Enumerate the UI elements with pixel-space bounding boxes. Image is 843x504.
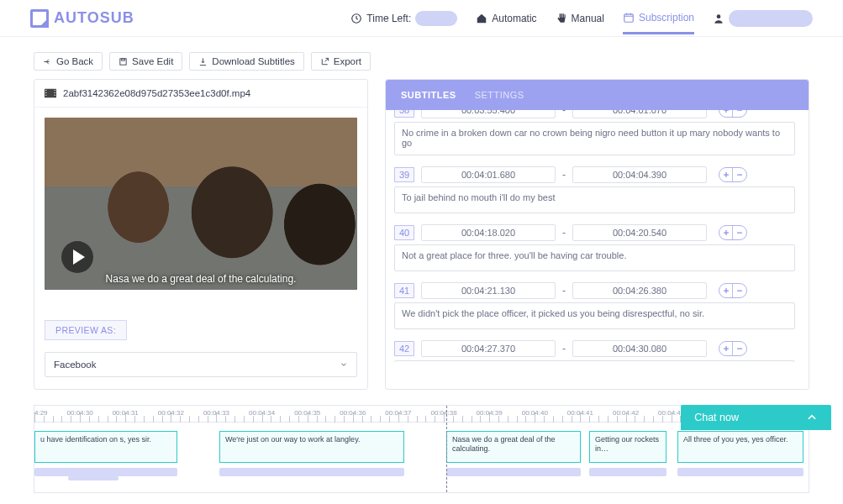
arrow-left-icon	[43, 57, 52, 66]
account-badge	[729, 10, 813, 27]
subtitle-start-time[interactable]	[421, 224, 556, 241]
subtitles-list[interactable]: 38 - No crime in a broken down car no cr…	[386, 110, 809, 362]
nav-manual[interactable]: Manual	[556, 4, 604, 33]
timeline-clip[interactable]: All three of you yes, yes officer.	[677, 431, 803, 463]
timeline-clip[interactable]: Getting our rockets in…	[589, 431, 666, 463]
chat-label: Chat now	[694, 412, 739, 423]
subtitle-index: 42	[394, 341, 414, 356]
calendar-icon	[623, 12, 635, 24]
subtitles-panel: SUBTITLES SETTINGS 38 - No crime in a br…	[385, 79, 809, 390]
subtitle-start-time[interactable]	[421, 110, 556, 118]
preview-as-label: PREVIEW AS:	[45, 320, 127, 340]
editor-tabs: SUBTITLES SETTINGS	[386, 80, 809, 110]
timeline-clip[interactable]: u have identification on s, yes sir.	[34, 431, 177, 463]
ruler-mark: 00:04:29	[34, 409, 48, 417]
timeline-bar	[446, 468, 581, 476]
nav-automatic[interactable]: Automatic	[476, 4, 536, 33]
subtitle-controls	[719, 225, 747, 240]
tab-subtitles[interactable]: SUBTITLES	[401, 80, 456, 110]
file-row: 2abf3142362e08d975d27353ee1c3d0f.mp4	[34, 80, 367, 108]
ruler-mark: 00:04:31	[113, 409, 139, 417]
subtitle-start-time[interactable]	[421, 340, 556, 357]
subtitle-start-time[interactable]	[421, 166, 556, 183]
svg-rect-10	[55, 92, 55, 93]
subtitle-text[interactable]: No crime in a broken down car no crown b…	[394, 122, 795, 155]
chat-widget[interactable]: Chat now	[681, 405, 831, 430]
nav-subscription[interactable]: Subscription	[623, 3, 694, 34]
timeline-clip[interactable]: We're just on our way to work at langley…	[219, 431, 404, 463]
subtitle-end-time[interactable]	[572, 340, 707, 357]
action-toolbar: Go Back Save Edit Download Subtitles Exp…	[0, 37, 843, 79]
subtitle-entry: 41 - We didn't pick the place officer, i…	[386, 277, 803, 335]
remove-subtitle-button[interactable]	[733, 226, 746, 239]
add-subtitle-button[interactable]	[719, 226, 733, 239]
export-icon	[320, 57, 329, 66]
playhead[interactable]	[446, 406, 447, 492]
tab-settings[interactable]: SETTINGS	[475, 80, 524, 110]
chevron-up-icon	[806, 412, 818, 423]
video-preview[interactable]: Nasa we do a great deal of the calculati…	[45, 118, 357, 290]
add-subtitle-button[interactable]	[719, 110, 733, 117]
play-button[interactable]	[61, 241, 93, 273]
ruler-mark: 00:04:35	[294, 409, 320, 417]
video-panel: 2abf3142362e08d975d27353ee1c3d0f.mp4 Nas…	[34, 79, 368, 390]
subtitle-controls	[719, 341, 747, 356]
user-icon	[713, 13, 724, 24]
svg-rect-11	[55, 95, 55, 96]
time-left-label: Time Left:	[366, 13, 411, 24]
remove-subtitle-button[interactable]	[733, 110, 746, 117]
logo[interactable]: AUTOSUB	[30, 9, 134, 28]
svg-rect-8	[45, 95, 46, 96]
time-left: Time Left:	[350, 3, 457, 34]
subtitle-controls	[719, 110, 747, 118]
subtitle-start-time[interactable]	[421, 282, 556, 299]
add-subtitle-button[interactable]	[719, 284, 733, 297]
subtitle-text[interactable]: Not a great place for three. you'll be h…	[394, 244, 795, 271]
svg-rect-3	[120, 58, 126, 64]
ruler-mark: 00:04:30	[67, 409, 93, 417]
ruler-mark: 00:04:39	[477, 409, 503, 417]
go-back-button[interactable]: Go Back	[34, 52, 103, 71]
ruler-mark: 00:04:32	[158, 409, 184, 417]
ruler-mark: 00:04:41	[567, 409, 593, 417]
remove-subtitle-button[interactable]	[733, 168, 746, 181]
subtitle-entry: 40 - Not a great place for three. you'll…	[386, 219, 803, 277]
svg-point-2	[717, 14, 721, 18]
svg-rect-6	[45, 90, 46, 91]
add-subtitle-button[interactable]	[719, 168, 733, 181]
subtitle-end-time[interactable]	[572, 110, 707, 118]
wave-track	[34, 466, 809, 481]
subtitle-end-time[interactable]	[572, 282, 707, 299]
subtitle-text[interactable]: To jail behind no mouth i'll do my best	[394, 186, 795, 213]
timeline-bar	[677, 468, 803, 476]
subtitle-entry: 42 - You have identification on yes, yes…	[386, 335, 803, 362]
save-edit-button[interactable]: Save Edit	[109, 52, 182, 71]
clips-track: u have identification on s, yes sir.We'r…	[34, 431, 809, 465]
add-subtitle-button[interactable]	[719, 342, 733, 355]
remove-subtitle-button[interactable]	[733, 284, 746, 297]
home-icon	[476, 13, 487, 24]
subtitle-controls	[719, 167, 747, 182]
subtitle-text[interactable]: We didn't pick the place officer, it pic…	[394, 302, 795, 329]
timeline-bar	[219, 468, 404, 476]
subtitle-end-time[interactable]	[572, 224, 707, 241]
download-subtitles-button[interactable]: Download Subtitles	[189, 52, 303, 71]
ruler-mark: 00:04:40	[522, 409, 548, 417]
remove-subtitle-button[interactable]	[733, 342, 746, 355]
subtitle-entry: 39 - To jail behind no mouth i'll do my …	[386, 161, 803, 219]
top-nav: Time Left: Automatic Manual Subscription	[350, 2, 813, 35]
video-caption: Nasa we do a great deal of the calculati…	[45, 273, 357, 285]
subtitle-index: 41	[394, 283, 414, 298]
preview-platform-select[interactable]: Facebook	[45, 352, 357, 377]
subtitle-end-time[interactable]	[572, 166, 707, 183]
nav-account[interactable]	[713, 2, 813, 35]
preview-platform-value: Facebook	[54, 360, 97, 370]
export-button[interactable]: Export	[311, 52, 371, 71]
logo-text: AUTOSUB	[54, 9, 134, 27]
timeline-clip[interactable]: Nasa we do a great deal of the calculati…	[446, 431, 581, 463]
ruler-mark: 00:04:42	[613, 409, 639, 417]
ruler-mark: 00:04:33	[203, 409, 229, 417]
ruler-mark: 00:04:38	[430, 409, 456, 417]
subtitle-text[interactable]: You have identification on yes, yes sir.	[394, 360, 795, 362]
svg-rect-1	[624, 14, 634, 22]
